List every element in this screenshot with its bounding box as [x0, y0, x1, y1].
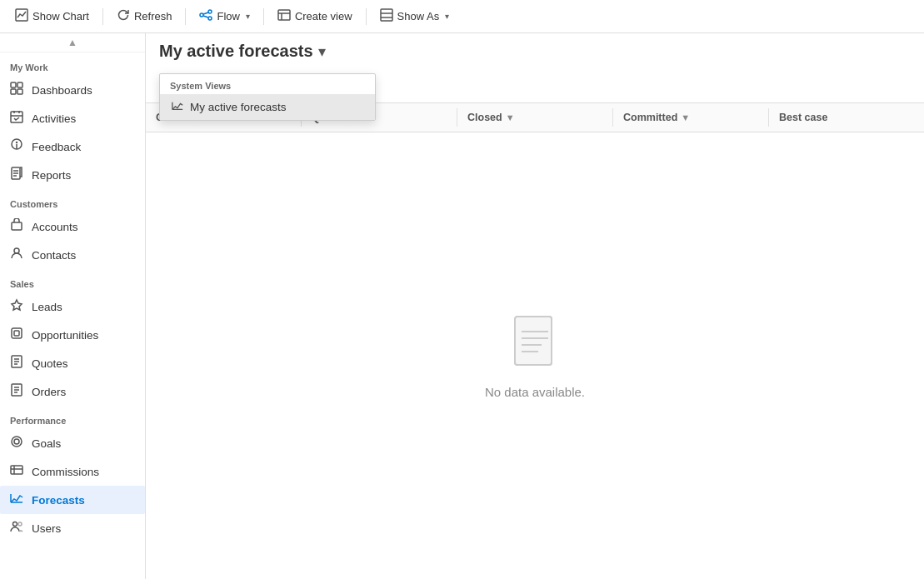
dashboards-label: Dashboards — [32, 84, 92, 97]
quotes-label: Quotes — [32, 357, 68, 370]
sidebar-scroll-up[interactable]: ▲ — [0, 33, 145, 52]
flow-chevron: ▾ — [246, 12, 250, 21]
svg-point-46 — [13, 522, 17, 527]
dashboards-icon — [10, 82, 23, 98]
sidebar-item-opportunities[interactable]: Opportunities — [0, 321, 145, 349]
sidebar-item-commissions[interactable]: Commissions — [0, 457, 145, 486]
sidebar: ▲ My Work Dashboards — [0, 33, 146, 579]
main-layout: ▲ My Work Dashboards — [0, 33, 924, 579]
sidebar-item-reports[interactable]: Reports — [0, 161, 145, 189]
orders-icon — [10, 383, 23, 400]
sales-section-label: Sales — [0, 269, 145, 292]
view-dropdown: System Views My active forecasts — [159, 73, 376, 121]
sidebar-item-contacts[interactable]: Contacts — [0, 241, 145, 269]
svg-rect-6 — [278, 10, 290, 20]
page-title-chevron[interactable]: ▾ — [318, 42, 326, 61]
sidebar-item-feedback[interactable]: Feedback — [0, 132, 145, 161]
show-as-icon — [380, 8, 393, 24]
leads-label: Leads — [32, 301, 62, 313]
svg-line-4 — [203, 12, 208, 14]
goals-icon — [10, 435, 23, 452]
sidebar-item-goals[interactable]: Goals — [0, 429, 145, 457]
svg-point-3 — [208, 17, 212, 20]
toolbar: Show Chart Refresh Flow ▾ — [0, 0, 924, 33]
th-best-case: Best case — [769, 108, 924, 127]
refresh-label: Refresh — [134, 10, 172, 22]
svg-rect-41 — [11, 466, 22, 474]
svg-line-5 — [203, 16, 208, 17]
page-title: My active forecasts — [159, 42, 313, 61]
svg-rect-30 — [14, 331, 19, 336]
svg-point-47 — [18, 522, 22, 526]
flow-icon — [199, 8, 212, 24]
contacts-icon — [10, 247, 23, 263]
opportunities-icon — [10, 327, 23, 343]
create-view-button[interactable]: Create view — [269, 5, 361, 27]
page-header: My active forecasts ▾ — [146, 33, 924, 61]
svg-point-28 — [14, 248, 19, 253]
svg-rect-14 — [11, 89, 16, 94]
show-chart-button[interactable]: Show Chart — [7, 5, 97, 27]
svg-rect-9 — [381, 9, 392, 21]
refresh-icon — [117, 8, 130, 24]
th-closed-label: Closed — [467, 112, 502, 123]
feedback-label: Feedback — [32, 141, 81, 153]
th-committed-label: Committed — [623, 112, 677, 123]
empty-state-icon — [508, 313, 562, 373]
sidebar-item-leads[interactable]: Leads — [0, 292, 145, 321]
sidebar-item-activities[interactable]: Activities — [0, 104, 145, 132]
orders-label: Orders — [32, 386, 66, 398]
users-label: Users — [32, 522, 61, 535]
closed-filter-icon[interactable]: ▼ — [506, 112, 515, 122]
opportunities-label: Opportunities — [32, 329, 98, 342]
customers-section-label: Customers — [0, 189, 145, 212]
svg-point-40 — [14, 439, 19, 444]
svg-rect-16 — [11, 112, 22, 122]
sidebar-item-quotes[interactable]: Quotes — [0, 349, 145, 377]
sidebar-item-dashboards[interactable]: Dashboards — [0, 76, 145, 104]
svg-point-39 — [12, 437, 22, 447]
sidebar-item-orders[interactable]: Orders — [0, 377, 145, 406]
dropdown-section-label: System Views — [160, 74, 375, 94]
quotes-icon — [10, 355, 23, 372]
accounts-label: Accounts — [32, 221, 78, 233]
svg-point-2 — [208, 10, 212, 13]
divider-1 — [102, 8, 103, 25]
divider-3 — [263, 8, 264, 25]
create-view-icon — [277, 8, 291, 24]
sidebar-item-forecasts[interactable]: Forecasts — [0, 486, 145, 514]
show-chart-icon — [15, 8, 28, 24]
svg-rect-15 — [17, 89, 22, 94]
flow-button[interactable]: Flow ▾ — [191, 5, 257, 27]
show-as-chevron: ▾ — [445, 12, 449, 21]
feedback-icon — [10, 138, 23, 155]
sidebar-item-users[interactable]: Users — [0, 514, 145, 542]
empty-state-text: No data available. — [485, 385, 585, 399]
refresh-button[interactable]: Refresh — [108, 5, 181, 27]
svg-rect-12 — [11, 82, 16, 87]
dropdown-item-my-active-forecasts[interactable]: My active forecasts — [160, 94, 375, 120]
th-closed: Closed ▼ — [457, 108, 613, 127]
show-as-label: Show As — [397, 10, 440, 22]
commissions-label: Commissions — [32, 466, 99, 478]
sidebar-item-accounts[interactable]: Accounts — [0, 212, 145, 241]
content-area: My active forecasts ▾ System Views My ac… — [146, 33, 924, 579]
dropdown-item-icon — [172, 100, 183, 114]
committed-filter-icon[interactable]: ▼ — [681, 112, 690, 122]
reports-icon — [10, 167, 23, 183]
flow-label: Flow — [217, 10, 239, 22]
accounts-icon — [10, 218, 23, 235]
show-as-button[interactable]: Show As ▾ — [372, 5, 458, 27]
commissions-icon — [10, 463, 23, 480]
forecasts-label: Forecasts — [32, 494, 85, 507]
reports-label: Reports — [32, 169, 71, 182]
forecasts-icon — [10, 492, 23, 508]
th-best-case-label: Best case — [779, 112, 827, 123]
dropdown-item-label: My active forecasts — [190, 101, 287, 113]
svg-point-1 — [200, 13, 203, 17]
svg-point-22 — [17, 142, 17, 143]
contacts-label: Contacts — [32, 249, 76, 262]
leads-icon — [10, 298, 23, 315]
create-view-label: Create view — [295, 10, 352, 22]
divider-2 — [185, 8, 186, 25]
